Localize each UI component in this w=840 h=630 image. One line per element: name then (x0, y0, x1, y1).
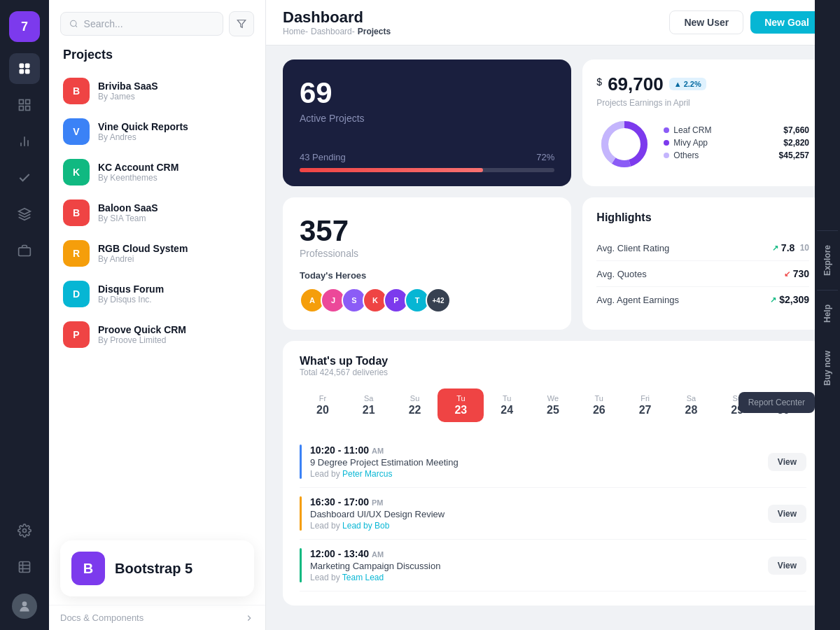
progress-bar (300, 168, 554, 172)
calendar-day[interactable]: We 25 (530, 388, 576, 422)
search-icon (69, 19, 78, 29)
calendar-day[interactable]: Tu 26 (576, 388, 622, 422)
project-by: By Keenthemes (98, 173, 178, 183)
docs-row[interactable]: Docs & Components (49, 605, 265, 630)
project-name: Vine Quick Reports (98, 121, 188, 132)
svg-point-18 (22, 601, 27, 606)
help-tab[interactable]: Help (817, 290, 838, 337)
event-ampm: PM (372, 498, 384, 507)
sidebar-title: Projects (49, 45, 265, 71)
project-by: By SIA Team (98, 214, 158, 223)
search-box[interactable] (60, 12, 223, 36)
legend-item: Others $45,257 (664, 150, 809, 160)
user-badge[interactable]: 7 (9, 11, 40, 42)
project-item[interactable]: B Briviba SaaS By James (49, 71, 265, 111)
event-item: 10:20 - 11:00 AM 9 Degree Project Estima… (300, 436, 806, 488)
today-sub: Total 424,567 deliveries (300, 368, 806, 377)
heroes-avatars: AJSKPT+42 (300, 288, 554, 313)
legend-value: $7,660 (783, 125, 809, 135)
project-item[interactable]: V Vine Quick Reports By Andres (49, 111, 265, 152)
nav-grid[interactable] (9, 90, 40, 120)
page-title: Dashboard (283, 8, 391, 27)
event-view-button[interactable]: View (768, 505, 806, 523)
calendar-day[interactable]: Sa 28 (668, 388, 715, 422)
calendar-day[interactable]: Fri 27 (622, 388, 668, 422)
event-lead: Lead by Lead by Bob (310, 521, 444, 531)
breadcrumb-projects[interactable]: Projects (358, 27, 391, 36)
buy-now-tab[interactable]: Buy now (817, 337, 838, 400)
project-name: KC Account CRM (98, 162, 178, 173)
nav-chart[interactable] (9, 126, 40, 157)
heroes-section: Today's Heroes AJSKPT+42 (300, 270, 554, 313)
day-num: 24 (488, 404, 526, 416)
project-item[interactable]: K KC Account CRM By Keenthemes (49, 152, 265, 192)
project-name: RGB Cloud System (98, 243, 188, 254)
earnings-chart-row: Leaf CRM $7,660 Mivy App $2,820 Others $… (596, 116, 809, 172)
event-lead-link[interactable]: Team Lead (342, 573, 384, 582)
right-panel: Explore Help Buy now (815, 0, 840, 630)
nav-layers[interactable] (9, 199, 40, 230)
header-left: Dashboard Home- Dashboard- Projects (283, 8, 391, 36)
project-item[interactable]: B Baloon SaaS By SIA Team (49, 192, 265, 233)
project-info: Proove Quick CRM By Proove Limited (98, 324, 186, 345)
sidebar: Projects B Briviba SaaS By James V Vine … (49, 0, 266, 630)
legend-name: Others (673, 150, 699, 160)
nav-check[interactable] (9, 162, 40, 193)
event-view-button[interactable]: View (768, 556, 806, 575)
event-border (300, 444, 302, 479)
active-projects-label: Active Projects (300, 113, 554, 124)
calendar-day[interactable]: Tu 23 (438, 388, 484, 422)
filter-button[interactable] (229, 11, 254, 36)
project-item[interactable]: D Disqus Forum By Disqus Inc. (49, 274, 265, 314)
calendar-day[interactable]: Sa 21 (346, 388, 392, 422)
user-avatar[interactable] (12, 594, 37, 619)
event-details: 10:20 - 11:00 AM 9 Degree Project Estima… (310, 444, 458, 479)
project-name: Briviba SaaS (98, 80, 158, 92)
event-time: 12:00 - 13:40 AM (310, 548, 440, 559)
trend-icon: ↗ (770, 295, 776, 304)
breadcrumb-dashboard[interactable]: Dashboard- (311, 27, 355, 36)
nav-briefcase[interactable] (9, 235, 40, 266)
new-user-button[interactable]: New User (669, 10, 743, 34)
event-lead-link[interactable]: Peter Marcus (342, 469, 392, 479)
event-lead: Lead by Team Lead (310, 573, 440, 582)
nav-dashboard[interactable] (9, 53, 40, 84)
highlight-value: ↗ $2,309 (770, 294, 809, 305)
report-center-area: Report Cecnter (738, 392, 815, 413)
event-details: 16:30 - 17:00 PM Dashboard UI/UX Design … (310, 496, 444, 531)
explore-tab[interactable]: Explore (817, 230, 838, 290)
nav-table[interactable] (9, 552, 40, 582)
event-item: 16:30 - 17:00 PM Dashboard UI/UX Design … (300, 488, 806, 540)
search-input[interactable] (84, 18, 214, 29)
project-item[interactable]: P Proove Quick CRM By Proove Limited (49, 314, 265, 355)
legend-dot (664, 127, 669, 133)
project-info: Disqus Forum By Disqus Inc. (98, 284, 164, 304)
svg-rect-2 (20, 69, 24, 74)
event-time: 16:30 - 17:00 PM (310, 496, 444, 507)
svg-rect-1 (25, 64, 30, 69)
calendar-day[interactable]: Tu 24 (484, 388, 530, 422)
event-border (300, 496, 302, 531)
report-center-button[interactable]: Report Cecnter (738, 392, 815, 413)
calendar-day[interactable]: Su 22 (392, 388, 438, 422)
svg-rect-7 (26, 106, 30, 111)
earnings-sub: Projects Earnings in April (596, 98, 809, 108)
event-lead-link[interactable]: Lead by Bob (342, 521, 389, 531)
donut-chart (596, 116, 652, 172)
day-name: Tu (488, 394, 526, 402)
new-goal-button[interactable]: New Goal (750, 11, 823, 34)
breadcrumb-home[interactable]: Home- (283, 27, 308, 36)
highlight-value: ↙ 730 (784, 268, 809, 279)
sidebar-search-area (49, 0, 265, 45)
project-logo: B (63, 200, 90, 226)
hero-avatar: +42 (426, 288, 451, 313)
legend-dot (664, 140, 669, 146)
event-view-button[interactable]: View (768, 453, 806, 471)
chevron-right-icon (244, 613, 254, 623)
project-item[interactable]: R RGB Cloud System By Andrei (49, 233, 265, 274)
nav-settings[interactable] (9, 515, 40, 546)
event-ampm: AM (372, 447, 384, 455)
calendar-day[interactable]: Fr 20 (300, 388, 346, 422)
svg-rect-5 (26, 100, 30, 104)
day-num: 21 (350, 404, 388, 416)
